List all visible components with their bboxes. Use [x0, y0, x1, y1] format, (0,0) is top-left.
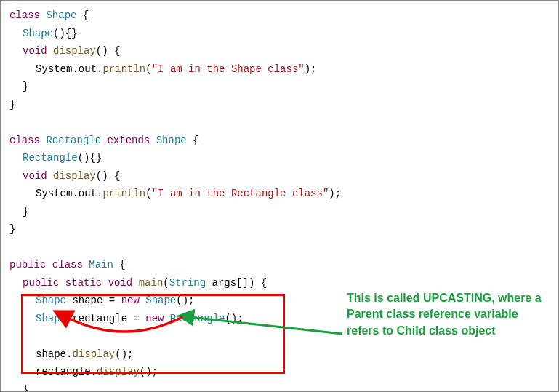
code-line: } [9, 381, 550, 393]
code-line: public class Main { [9, 256, 550, 274]
code-line: class Rectangle extends Shape { [9, 132, 550, 150]
code-line: } [9, 96, 550, 114]
code-line: } [9, 203, 550, 221]
code-line: void display() { [9, 167, 550, 185]
code-line: Rectangle(){} [9, 149, 550, 167]
code-line: rectangle.display(); [9, 363, 550, 381]
code-line: Shape(){} [9, 25, 550, 43]
code-line: } [9, 78, 550, 96]
code-line: void display() { [9, 42, 550, 60]
code-line: System.out.println("I am in the Rectangl… [9, 185, 550, 203]
blank-line [9, 113, 550, 132]
code-line: shape.display(); [9, 345, 550, 364]
code-line: class Shape { [9, 7, 550, 25]
code-line: } [9, 220, 550, 239]
blank-line [9, 239, 550, 257]
annotation-text: This is called UPCASTING, where a Parent… [347, 290, 544, 339]
code-line: System.out.println("I am in the Shape cl… [9, 60, 550, 79]
code-line: public static void main(String args[]) { [9, 274, 550, 292]
